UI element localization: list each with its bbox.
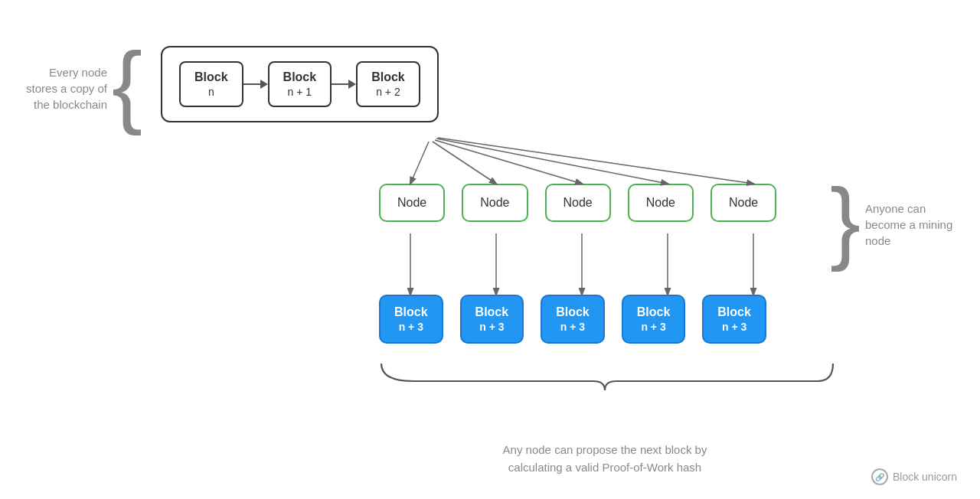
watermark-text: Block unicorn xyxy=(893,471,957,483)
svg-line-3 xyxy=(433,142,496,184)
block-n3-3: Block n + 3 xyxy=(541,295,605,344)
left-brace: { xyxy=(112,38,142,130)
node-1: Node xyxy=(379,184,445,222)
block-n3-4: Block n + 3 xyxy=(622,295,686,344)
block-n1: Block n + 1 xyxy=(268,61,332,107)
node-4: Node xyxy=(628,184,694,222)
svg-line-4 xyxy=(435,140,582,184)
arrow-n-to-n1 xyxy=(243,80,268,89)
block3-row: Block n + 3 Block n + 3 Block n + 3 Bloc… xyxy=(379,295,766,344)
node-5: Node xyxy=(710,184,776,222)
block-n3-2: Block n + 3 xyxy=(460,295,524,344)
node-row: Node Node Node Node Node xyxy=(379,184,776,222)
left-annotation: Every node stores a copy of the blockcha… xyxy=(23,46,142,130)
right-annotation-text: Anyone can become a mining node xyxy=(865,201,957,249)
node-2: Node xyxy=(462,184,528,222)
block-n: Block n xyxy=(179,61,243,107)
bottom-annotation: Any node can propose the next block byca… xyxy=(368,435,842,476)
blockchain-row: Block n Block n + 1 Block n + 2 xyxy=(161,46,439,122)
node-3: Node xyxy=(545,184,611,222)
block-n3-5: Block n + 3 xyxy=(702,295,766,344)
svg-line-2 xyxy=(410,142,429,184)
svg-line-5 xyxy=(436,139,668,184)
right-brace: } xyxy=(830,174,861,266)
watermark-icon: 🔗 xyxy=(871,468,888,485)
svg-line-6 xyxy=(438,138,753,184)
diagram-container: Every node stores a copy of the blockcha… xyxy=(0,0,980,499)
watermark: 🔗 Block unicorn xyxy=(871,468,957,485)
bottom-text: Any node can propose the next block byca… xyxy=(368,442,842,476)
left-annotation-text: Every node stores a copy of the blockcha… xyxy=(23,64,107,113)
block-n3-1: Block n + 3 xyxy=(379,295,443,344)
block-n2: Block n + 2 xyxy=(356,61,420,107)
right-annotation: } Anyone can become a mining node xyxy=(830,182,957,266)
arrow-n1-to-n2 xyxy=(332,80,356,89)
